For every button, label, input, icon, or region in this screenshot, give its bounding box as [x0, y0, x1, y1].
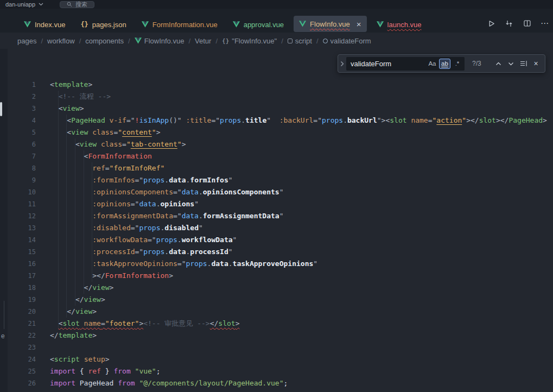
tab-forminformation-vue[interactable]: FormInformation.vue	[136, 16, 223, 33]
left-gutter-strip: e	[0, 49, 8, 392]
code-line-24[interactable]: 24<script setup>	[8, 353, 553, 365]
breadcrumb-separator: /	[281, 37, 283, 45]
code-line-12[interactable]: 12:formAssignmentData="data.formAssignme…	[8, 210, 553, 222]
line-number: 22	[8, 330, 36, 342]
code-area: 1<template>2<!-- 流程 -->3<view>4<PageHead…	[8, 49, 553, 392]
line-number: 6	[8, 138, 36, 150]
code-line-23[interactable]: 23	[8, 342, 553, 353]
tab-strip: Index.vue{}pages.jsonFormInformation.vue…	[0, 9, 553, 33]
search-box[interactable]: 搜索	[60, 1, 94, 8]
line-number: 24	[8, 353, 36, 365]
code-line-5[interactable]: 5<view class="content">	[8, 127, 553, 138]
line-number: 7	[8, 150, 36, 162]
line-number: 17	[8, 270, 36, 282]
search-icon	[67, 2, 72, 7]
breadcrumb-item-flowinfo-vue[interactable]: FlowInfo.vue	[135, 37, 185, 45]
find-input-box[interactable]: Aa ab .*	[346, 57, 465, 71]
breadcrumb-item-validateform[interactable]: validateForm	[323, 37, 371, 45]
workspace-menu[interactable]: dan-uniapp	[5, 1, 43, 8]
chevron-down-icon	[508, 62, 514, 66]
breadcrumb-separator: /	[316, 37, 319, 45]
line-number: 21	[8, 318, 36, 330]
line-number: 20	[8, 306, 36, 318]
code-line-25[interactable]: 25import { ref } from "vue";	[8, 365, 553, 377]
breadcrumb-item-script[interactable]: script	[288, 37, 312, 45]
code-line-17[interactable]: 17></FormInformation>	[8, 270, 553, 282]
breadcrumb-item-components[interactable]: components	[85, 37, 124, 45]
chevron-right-icon	[340, 61, 344, 67]
code-line-14[interactable]: 14:workflowData="props.workflowData"	[8, 234, 553, 246]
code-line-2[interactable]: 2<!-- 流程 -->	[8, 91, 553, 103]
breadcrumb-item-workflow[interactable]: workflow	[47, 37, 75, 45]
braces-icon: {}	[222, 37, 229, 45]
code-line-20[interactable]: 20</view>	[8, 306, 553, 318]
open-changes-icon[interactable]	[504, 18, 514, 28]
line-number: 1	[8, 79, 36, 91]
line-number: 26	[8, 377, 36, 389]
scrollbar-thumb[interactable]	[0, 102, 2, 116]
vue-icon	[24, 21, 31, 28]
code-line-19[interactable]: 19</view>	[8, 294, 553, 306]
symbol-method-icon	[323, 39, 328, 43]
tab-launch-vue[interactable]: launch.vue	[371, 16, 427, 33]
code-line-7[interactable]: 7<FormInformation	[8, 150, 553, 162]
chevron-up-icon	[495, 62, 501, 66]
breadcrumb-separator: /	[215, 37, 218, 45]
run-button[interactable]	[486, 18, 496, 28]
code-line-1[interactable]: 1<template>	[8, 79, 553, 91]
line-number: 5	[8, 127, 36, 138]
find-match-count: ?/3	[472, 60, 487, 67]
breadcrumb-item-vetur[interactable]: Vetur	[195, 37, 211, 45]
code-line-22[interactable]: 22</template>	[8, 330, 553, 342]
line-number: 25	[8, 365, 36, 377]
code-line-10[interactable]: 10:opinionsComponents="data.opinionsComp…	[8, 186, 553, 198]
code-line-9[interactable]: 9:formInfos="props.data.formInfos"	[8, 174, 553, 186]
line-number: 11	[8, 198, 36, 210]
code-line-6[interactable]: 6<view class="tab-content">	[8, 138, 553, 150]
regex-button[interactable]: .*	[452, 59, 463, 69]
tab-approval-vue[interactable]: approval.vue	[227, 16, 289, 33]
find-input[interactable]	[346, 60, 410, 68]
breadcrumb: pages/workflow/components/FlowInfo.vue/V…	[0, 33, 553, 49]
previous-match-button[interactable]	[493, 58, 504, 69]
close-find-icon[interactable]: ×	[530, 58, 542, 69]
find-widget: Aa ab .* ?/3 ×	[338, 54, 545, 73]
breadcrumb-separator: /	[128, 37, 130, 45]
line-number: 8	[8, 162, 36, 174]
close-tab-icon[interactable]: ×	[357, 20, 361, 28]
tab-index-vue[interactable]: Index.vue	[18, 16, 71, 33]
vue-icon	[142, 21, 149, 28]
split-editor-button[interactable]	[522, 18, 532, 28]
whole-word-button[interactable]: ab	[439, 59, 450, 69]
line-number: 13	[8, 222, 36, 234]
editor-actions: ⋯	[486, 18, 551, 28]
breadcrumb-item-pages[interactable]: pages	[17, 37, 36, 45]
code-line-21[interactable]: 21<slot name="footer"><!-- 审批意见 --></slo…	[8, 318, 553, 330]
vue-icon	[377, 21, 384, 28]
editor: e 1<template>2<!-- 流程 -->3<view>4<PageHe…	[0, 49, 553, 392]
line-number: 4	[8, 115, 36, 127]
tab-flowinfo-vue[interactable]: FlowInfo.vue×	[294, 16, 366, 32]
find-in-selection-button[interactable]	[518, 58, 529, 69]
code-line-11[interactable]: 11:opinions="data.opinions"	[8, 198, 553, 210]
symbol-module-icon	[288, 39, 293, 43]
toggle-replace-button[interactable]	[338, 55, 346, 72]
code-line-8[interactable]: 8ref="formInfoRef"	[8, 162, 553, 174]
tab-pages-json[interactable]: {}pages.json	[75, 16, 131, 33]
code-line-18[interactable]: 18</view>	[8, 282, 553, 294]
tab-label: pages.json	[92, 21, 126, 29]
next-match-button[interactable]	[505, 58, 517, 69]
breadcrumb-item--flowinfo-vue-[interactable]: {}"FlowInfo.vue"	[222, 37, 277, 45]
breadcrumb-separator: /	[188, 37, 190, 45]
chevron-down-icon	[39, 3, 43, 6]
code-line-13[interactable]: 13:disabled="props.disabled"	[8, 222, 553, 234]
line-number: 12	[8, 210, 36, 222]
code-line-3[interactable]: 3<view>	[8, 103, 553, 115]
code-line-16[interactable]: 16:taskApproveOpinions="props.data.taskA…	[8, 258, 553, 270]
code-line-4[interactable]: 4<PageHead v-if="!isInApp()" :title="pro…	[8, 115, 553, 127]
match-case-button[interactable]: Aa	[427, 59, 438, 69]
tab-label: approval.vue	[244, 21, 284, 29]
code-line-15[interactable]: 15:processId="props.data.processId"	[8, 246, 553, 258]
more-actions-button[interactable]: ⋯	[540, 18, 550, 28]
code-line-26[interactable]: 26import PageHead from "@/components/lay…	[8, 377, 553, 389]
